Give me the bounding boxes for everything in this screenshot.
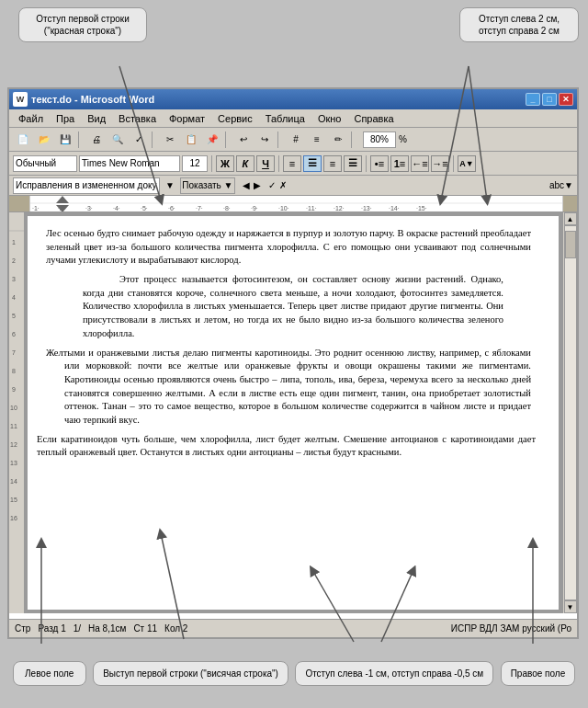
annotation-hanging-indent: Выступ первой строки ("висячая строка"): [93, 661, 288, 686]
save-button[interactable]: 💾: [55, 131, 75, 149]
vertical-scrollbar[interactable]: ▲ ▼: [562, 212, 577, 613]
svg-text:·14·: ·14·: [389, 205, 400, 211]
paragraph-1: Лес осенью будто снимает рабочую одежду …: [46, 227, 531, 268]
align-right-button[interactable]: ≡: [323, 155, 342, 172]
maximize-button[interactable]: □: [542, 93, 557, 106]
svg-text:·5·: ·5·: [141, 205, 148, 211]
ruler-left-dead: [9, 196, 29, 211]
toolbar-sep5: [351, 131, 356, 148]
menu-file[interactable]: Файл: [13, 111, 49, 126]
zoom-input[interactable]: [363, 131, 396, 148]
show-button[interactable]: Показать ▼: [180, 177, 235, 194]
main-toolbar: 📄 📂 💾 🖨 🔍 ✓ ✂ 📋 📌 ↩ ↪ # ≡ ✏ %: [9, 128, 577, 152]
scroll-up-button[interactable]: ▲: [564, 212, 577, 225]
menu-table[interactable]: Таблица: [260, 111, 311, 126]
svg-text:·10·: ·10·: [278, 205, 289, 211]
draw-button[interactable]: ✏: [328, 131, 348, 149]
track-nav-btn1[interactable]: ◀: [243, 180, 250, 190]
open-button[interactable]: 📂: [34, 131, 54, 149]
minimize-button[interactable]: _: [526, 93, 540, 106]
menu-service[interactable]: Сервис: [212, 111, 258, 126]
italic-button[interactable]: К: [236, 155, 254, 172]
font-color-button[interactable]: A▼: [458, 155, 476, 172]
svg-rect-27: [9, 212, 24, 613]
svg-text:12: 12: [10, 441, 17, 448]
accept-label: ✓: [268, 180, 276, 190]
preview-button[interactable]: 🔍: [107, 131, 128, 149]
annotation-right-margin: Правое поле: [501, 661, 576, 686]
bottom-annotations: Левое поле Выступ первой строки ("висяча…: [0, 639, 588, 708]
columns-button[interactable]: ≡: [307, 131, 327, 149]
document-page: Лес осенью будто снимает рабочую одежду …: [28, 216, 559, 610]
track-changes-bar: ▼ Показать ▼ ◀ ▶ ✓ ✗ abc▼: [9, 176, 577, 196]
svg-text:4: 4: [12, 294, 16, 301]
svg-text:·4·: ·4·: [113, 205, 120, 211]
scroll-track[interactable]: [564, 225, 577, 600]
menu-window[interactable]: Окно: [312, 111, 347, 126]
undo-button[interactable]: ↩: [233, 131, 254, 149]
track-dropdown[interactable]: [13, 177, 160, 194]
svg-text:·8·: ·8·: [223, 205, 231, 211]
svg-text:·1·: ·1·: [32, 205, 40, 211]
window-controls[interactable]: _ □ ✕: [526, 93, 573, 106]
menu-format[interactable]: Формат: [164, 111, 210, 126]
toolbar-sep4: [277, 131, 283, 148]
underline-button[interactable]: Ч: [256, 155, 275, 172]
svg-text:·9·: ·9·: [251, 205, 258, 211]
track-nav-btn2[interactable]: ▶: [254, 180, 261, 190]
style-selector[interactable]: [13, 155, 77, 172]
svg-text:8: 8: [12, 368, 16, 374]
svg-text:10: 10: [10, 405, 17, 411]
cut-button[interactable]: ✂: [160, 131, 180, 149]
svg-text:9: 9: [12, 386, 16, 393]
svg-text:14: 14: [10, 478, 17, 485]
status-na: На 8,1см: [88, 623, 126, 634]
vertical-ruler: 1 2 3 4 5 6 7 8 9 10 11 12 13 14 15 16: [9, 212, 24, 613]
status-str: Стр: [15, 623, 30, 634]
font-selector[interactable]: [79, 155, 180, 172]
svg-text:·7·: ·7·: [196, 205, 203, 211]
svg-text:13: 13: [10, 460, 17, 466]
spell-button[interactable]: ✓: [129, 131, 149, 149]
menu-insert[interactable]: Вставка: [113, 111, 162, 126]
status-kol: Кол 2: [164, 623, 187, 634]
print-button[interactable]: 🖨: [86, 131, 107, 149]
toolbar-sep3: [225, 131, 231, 148]
redo-button[interactable]: ↪: [254, 131, 275, 149]
abc-label: abc▼: [549, 180, 573, 190]
svg-text:16: 16: [10, 515, 17, 521]
fmt-sep2: [278, 155, 279, 172]
indent-more-button[interactable]: →≡: [431, 155, 449, 172]
paste-button[interactable]: 📌: [202, 131, 222, 149]
align-left-button[interactable]: ≡: [283, 155, 301, 172]
menu-pra[interactable]: Пра: [51, 111, 80, 126]
copy-button[interactable]: 📋: [181, 131, 201, 149]
document-content[interactable]: Лес осенью будто снимает рабочую одежду …: [24, 212, 562, 613]
annotation-first-line-indent: Отступ первой строки ("красная строка"): [18, 7, 147, 42]
indent-less-button[interactable]: ←≡: [411, 155, 429, 172]
align-justify-button[interactable]: ☰: [344, 155, 362, 172]
close-button[interactable]: ✕: [559, 93, 573, 106]
font-size-input[interactable]: [182, 155, 208, 172]
menu-help[interactable]: Справка: [348, 111, 399, 126]
paragraph-4: Если каратиноидов чуть больше, чем хлоро…: [37, 433, 536, 460]
menu-view[interactable]: Вид: [82, 111, 111, 126]
new-doc-button[interactable]: 📄: [13, 131, 33, 149]
ruler-right-dead: [562, 196, 577, 211]
svg-text:·13·: ·13·: [361, 205, 372, 211]
status-pos1: 1/: [74, 623, 81, 634]
list-bullet-button[interactable]: •≡: [370, 155, 389, 172]
bold-button[interactable]: Ж: [216, 155, 234, 172]
fmt-sep3: [366, 155, 367, 172]
status-page: Разд 1: [38, 623, 65, 634]
window-title: текст.do - Microsoft Word: [31, 94, 154, 105]
status-st: Ст 11: [133, 623, 157, 634]
svg-text:7: 7: [12, 349, 16, 356]
scroll-down-button[interactable]: ▼: [564, 600, 577, 613]
track-sep: ▼: [165, 180, 175, 190]
align-center-button[interactable]: ☰: [303, 155, 322, 172]
table-button[interactable]: #: [286, 131, 306, 149]
scroll-thumb[interactable]: [565, 231, 576, 258]
list-number-button[interactable]: 1≡: [390, 155, 409, 172]
word-window: W текст.do - Microsoft Word _ □ ✕ Файл П…: [7, 87, 579, 639]
